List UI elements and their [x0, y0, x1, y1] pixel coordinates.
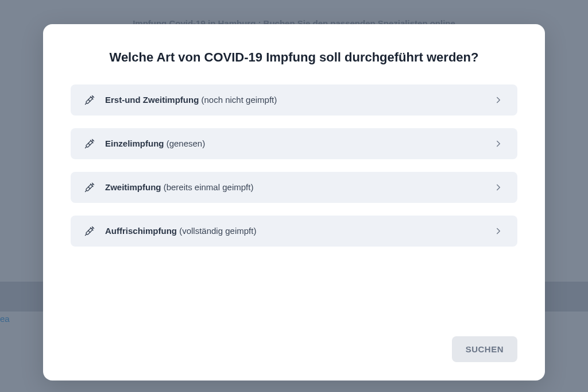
option-label: Erst-und Zweitimpfung (noch nicht geimpf… [105, 95, 486, 105]
option-label: Auffrischimpfung (vollständig geimpft) [105, 226, 486, 236]
option-single-dose-recovered[interactable]: Einzelimpfung (genesen) [71, 128, 517, 159]
modal-footer: SUCHEN [71, 336, 517, 362]
syringe-icon [84, 95, 95, 105]
option-label: Einzelimpfung (genesen) [105, 139, 486, 148]
modal-title: Welche Art von COVID-19 Impfung soll dur… [71, 49, 517, 66]
search-button[interactable]: SUCHEN [452, 336, 517, 362]
chevron-right-icon [493, 226, 504, 236]
option-label: Zweitimpfung (bereits einmal geimpft) [105, 182, 486, 192]
syringe-icon [84, 226, 95, 236]
option-first-and-second-dose[interactable]: Erst-und Zweitimpfung (noch nicht geimpf… [71, 84, 517, 116]
vaccination-option-list: Erst-und Zweitimpfung (noch nicht geimpf… [71, 84, 517, 322]
vaccination-type-modal: Welche Art von COVID-19 Impfung soll dur… [43, 24, 545, 381]
syringe-icon [84, 182, 95, 193]
chevron-right-icon [493, 139, 504, 149]
backdrop-link-fragment: ea [0, 314, 10, 324]
chevron-right-icon [493, 182, 504, 193]
syringe-icon [84, 139, 95, 149]
chevron-right-icon [493, 95, 504, 105]
option-booster-dose[interactable]: Auffrischimpfung (vollständig geimpft) [71, 216, 517, 247]
option-second-dose[interactable]: Zweitimpfung (bereits einmal geimpft) [71, 172, 517, 203]
